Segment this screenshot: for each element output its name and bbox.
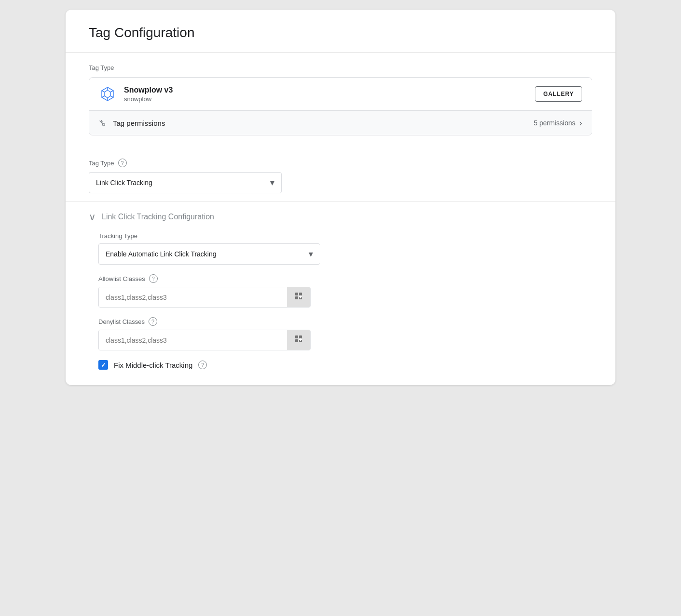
- snowplow-name: Snowplow v3: [124, 86, 535, 94]
- svg-rect-14: [295, 335, 298, 338]
- denylist-label-row: Denylist Classes ?: [98, 317, 592, 326]
- permissions-count: 5 permissions: [534, 119, 575, 127]
- tag-type-section-1: Tag Type Snowplow v3 snowplow: [66, 53, 615, 147]
- allowlist-input-group: [98, 287, 311, 308]
- denylist-add-button[interactable]: [287, 330, 310, 350]
- tag-configuration-card: Tag Configuration Tag Type Sno: [66, 10, 615, 385]
- fix-middle-click-checkbox[interactable]: ✓: [98, 360, 108, 370]
- svg-line-7: [102, 91, 105, 92]
- permissions-row[interactable]: ⚷ Tag permissions 5 permissions ›: [89, 111, 592, 135]
- snowplow-row: Snowplow v3 snowplow GALLERY: [89, 78, 592, 111]
- config-header: ∨ Link Click Tracking Configuration: [89, 201, 592, 232]
- tag-type-help-icon[interactable]: ?: [118, 159, 127, 167]
- tag-type-select-value: Link Click Tracking: [96, 179, 152, 187]
- allowlist-help-icon[interactable]: ?: [149, 274, 158, 283]
- checkbox-check-icon: ✓: [101, 362, 106, 369]
- snowplow-icon: [99, 85, 116, 103]
- svg-line-4: [110, 96, 113, 97]
- allowlist-label: Allowlist Classes: [98, 275, 145, 282]
- chevron-right-icon: ›: [579, 118, 582, 128]
- allowlist-add-button[interactable]: [287, 287, 310, 307]
- denylist-label: Denylist Classes: [98, 318, 145, 325]
- config-collapse-icon[interactable]: ∨: [89, 211, 96, 223]
- allowlist-label-row: Allowlist Classes ?: [98, 274, 592, 283]
- snowplow-sub: snowplow: [124, 95, 535, 103]
- key-icon: ⚷: [96, 117, 108, 129]
- tracking-type-select[interactable]: Enable Automatic Link Click Tracking ▾: [98, 243, 320, 265]
- denylist-classes-group: Denylist Classes ?: [98, 317, 592, 350]
- svg-rect-8: [295, 293, 298, 295]
- tag-type-select[interactable]: Link Click Tracking ▾: [89, 172, 282, 193]
- svg-rect-16: [295, 339, 298, 342]
- fix-middle-click-help-icon[interactable]: ?: [198, 361, 207, 369]
- tracking-type-group: Tracking Type Enable Automatic Link Clic…: [98, 232, 592, 265]
- svg-line-6: [102, 96, 105, 97]
- page-title: Tag Configuration: [89, 25, 592, 40]
- snowplow-info: Snowplow v3 snowplow: [124, 86, 535, 103]
- tag-type-label-2: Tag Type: [89, 160, 114, 167]
- tracking-type-select-value: Enable Automatic Link Click Tracking: [106, 250, 217, 258]
- svg-line-3: [110, 91, 113, 92]
- tracking-type-label-row: Tracking Type: [98, 232, 592, 240]
- fix-middle-click-row: ✓ Fix Middle-click Tracking ?: [98, 360, 592, 370]
- tracking-type-label: Tracking Type: [98, 232, 137, 240]
- allowlist-classes-group: Allowlist Classes ?: [98, 274, 592, 308]
- svg-rect-15: [299, 335, 302, 338]
- config-title: Link Click Tracking Configuration: [102, 213, 214, 221]
- tag-type-label-row-2: Tag Type ?: [89, 159, 592, 167]
- tag-type-chevron-icon: ▾: [270, 177, 274, 188]
- gallery-button[interactable]: GALLERY: [535, 86, 582, 102]
- denylist-input-group: [98, 330, 311, 350]
- fix-middle-click-label: Fix Middle-click Tracking: [114, 361, 192, 369]
- tag-type-box: Snowplow v3 snowplow GALLERY ⚷ Tag permi…: [89, 77, 592, 135]
- config-body: Tracking Type Enable Automatic Link Clic…: [89, 232, 592, 370]
- permissions-label: Tag permissions: [113, 119, 534, 127]
- tracking-type-chevron-icon: ▾: [309, 249, 313, 259]
- svg-marker-1: [105, 90, 110, 98]
- denylist-add-icon: [294, 334, 303, 346]
- tag-type-section-2: Tag Type ? Link Click Tracking ▾: [66, 147, 615, 201]
- denylist-input[interactable]: [99, 330, 287, 350]
- svg-rect-9: [299, 293, 302, 295]
- svg-rect-10: [295, 296, 298, 299]
- allowlist-add-icon: [294, 291, 303, 303]
- card-header: Tag Configuration: [66, 10, 615, 52]
- config-section: ∨ Link Click Tracking Configuration Trac…: [66, 201, 615, 385]
- allowlist-input[interactable]: [99, 287, 287, 307]
- denylist-help-icon[interactable]: ?: [149, 317, 157, 326]
- tag-type-label-1: Tag Type: [89, 64, 592, 71]
